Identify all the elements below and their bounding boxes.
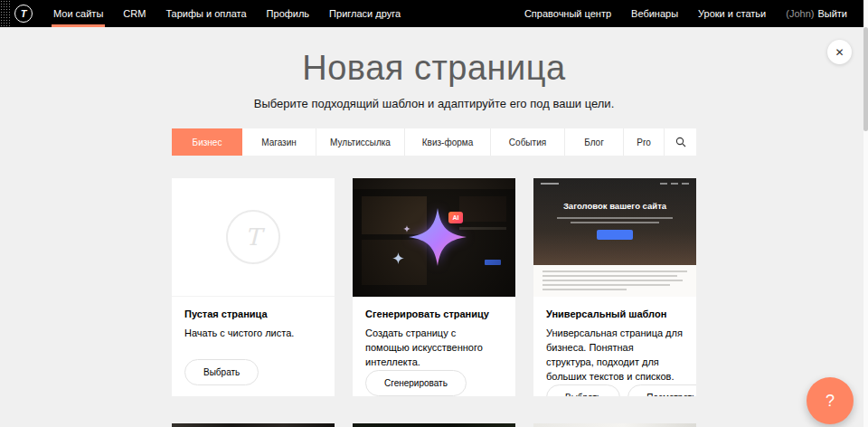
tilda-logo[interactable]: T [14,5,33,23]
blank-page-preview[interactable]: T [172,178,335,297]
preview-text-block [533,265,696,297]
corner-pattern-decoration [0,0,10,27]
preview-hero-section: Заголовок вашего сайта [533,178,696,265]
tab-events[interactable]: События [491,128,565,156]
template-card-partial[interactable] [533,423,696,427]
tab-quiz-form[interactable]: Квиз-форма [405,128,491,156]
nav-item-crm[interactable]: CRM [113,0,156,27]
nav-item-lessons-articles[interactable]: Уроки и статьи [688,0,776,27]
close-icon: ✕ [835,46,844,59]
preview-cta-button [597,230,633,240]
card-universal-template: Заголовок вашего сайта Универсальный шаб… [533,178,696,396]
close-button[interactable]: ✕ [827,40,852,64]
nav-item-my-sites[interactable]: Мои сайты [43,0,113,27]
template-cards-grid: T Пустая страница Начать с чистого листа… [172,178,696,396]
card-title: Пустая страница [184,308,322,319]
template-card-partial[interactable] [172,423,335,427]
help-button[interactable]: ? [807,377,854,424]
page-subtitle: Выберите подходящий шаблон и адаптируйте… [0,97,868,110]
scrollbar[interactable] [863,0,868,427]
universal-template-preview[interactable]: Заголовок вашего сайта [533,178,696,297]
tab-business[interactable]: Бизнес [172,128,242,156]
secondary-nav: Справочный центр Вебинары Уроки и статьи… [514,0,868,27]
ai-badge: AI [448,212,463,223]
nav-item-invite-friend[interactable]: Пригласи друга [319,0,410,27]
card-body: Универсальный шаблон Универсальная стран… [533,297,696,396]
new-page-dialog: ✕ Новая страница Выберите подходящий шаб… [0,27,868,427]
logout-label: Выйти [817,8,847,19]
card-blank-page: T Пустая страница Начать с чистого листа… [172,178,335,396]
select-blank-button[interactable]: Выбрать [184,359,259,385]
nav-item-help-center[interactable]: Справочный центр [514,0,621,27]
nav-item-webinars[interactable]: Вебинары [621,0,688,27]
card-body: Пустая страница Начать с чистого листа. … [172,297,335,396]
card-body: Сгенерировать страницу Создать страницу … [353,297,515,396]
tilda-watermark-icon: T [226,210,280,264]
card-actions: Выбрать [184,359,322,385]
preview-mini-nav [541,183,689,185]
small-sparkle-icon [403,225,410,232]
nav-item-profile[interactable]: Профиль [257,0,320,27]
card-title: Сгенерировать страницу [365,308,503,319]
search-templates-button[interactable] [665,128,696,156]
card-title: Универсальный шаблон [546,308,684,319]
scrollbar-thumb[interactable] [863,27,868,131]
generate-button[interactable]: Сгенерировать [365,370,467,396]
view-template-button[interactable]: Посмотреть [627,384,696,396]
small-sparkle-icon [392,252,404,264]
card-ai-generate: AI Сгенерировать страницу Создать страни… [353,178,515,396]
card-description: Универсальная страница для бизнеса. Поня… [546,327,684,384]
tab-blog[interactable]: Блог [565,128,624,156]
tab-store[interactable]: Магазин [242,128,316,156]
tilda-logo-letter: T [21,8,27,19]
card-description: Создать страницу с помощью искусственног… [365,327,503,370]
primary-nav: Мои сайты CRM Тарифы и оплата Профиль Пр… [43,0,410,27]
tab-pro[interactable]: Pro [624,128,665,156]
card-actions: Выбрать Посмотреть [546,384,684,396]
search-icon [675,137,686,147]
preview-site-heading: Заголовок вашего сайта [533,201,696,211]
template-category-tabs: Бизнес Магазин Мультиссылка Квиз-форма С… [172,128,696,156]
page-title: Новая страница [0,49,868,88]
select-template-button[interactable]: Выбрать [546,384,620,396]
preview-menu-shapes [660,183,689,185]
nav-item-logout[interactable]: (John) Выйти [776,0,857,27]
tab-multilink[interactable]: Мультиссылка [316,128,405,156]
ai-generate-preview[interactable]: AI [353,178,515,297]
card-description: Начать с чистого листа. [184,327,322,341]
preview-logo-shape [541,183,559,185]
nav-item-plans-payment[interactable]: Тарифы и оплата [156,0,256,27]
preview-text-line [557,217,673,219]
top-navigation-bar: T Мои сайты CRM Тарифы и оплата Профиль … [0,0,868,27]
template-cards-grid-row2 [172,423,696,427]
user-name: (John) [786,8,814,19]
card-actions: Сгенерировать [365,370,503,396]
template-card-partial[interactable] [353,423,515,427]
preview-text-line [571,222,659,223]
